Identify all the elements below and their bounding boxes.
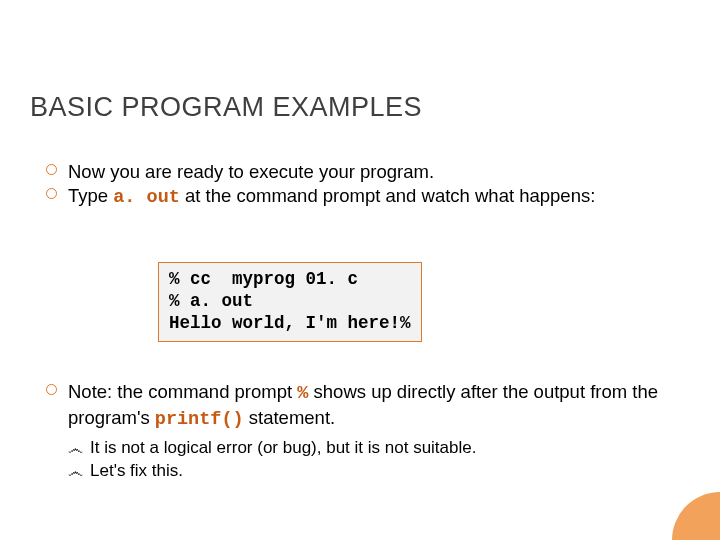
bullet-text-pre: Type bbox=[68, 185, 113, 206]
inline-code: a. out bbox=[113, 187, 180, 208]
bullet-text: Now you are ready to execute your progra… bbox=[68, 161, 434, 182]
code-line: % a. out bbox=[169, 291, 253, 311]
code-line: % cc myprog 01. c bbox=[169, 269, 358, 289]
sub-bullet-item: ෴ It is not a logical error (or bug), bu… bbox=[68, 437, 670, 459]
bullet-item: Now you are ready to execute your progra… bbox=[46, 160, 670, 184]
sub-bullet-item: ෴ Let's fix this. bbox=[68, 460, 670, 482]
sub-bullet-icon: ෴ bbox=[68, 462, 83, 482]
code-block: % cc myprog 01. c % a. out Hello world, … bbox=[158, 262, 422, 342]
decorative-circle-icon bbox=[672, 492, 720, 540]
sub-bullet-text: It is not a logical error (or bug), but … bbox=[90, 438, 476, 457]
sub-bullet-icon: ෴ bbox=[68, 439, 83, 459]
sub-bullet-text: Let's fix this. bbox=[90, 461, 183, 480]
code-line: Hello world, I'm here!% bbox=[169, 313, 411, 333]
bullet-circle-icon bbox=[46, 164, 57, 175]
bullet-circle-icon bbox=[46, 188, 57, 199]
sub-list: ෴ It is not a logical error (or bug), bu… bbox=[68, 437, 670, 482]
bullet-circle-icon bbox=[46, 384, 57, 395]
inline-code: printf() bbox=[155, 409, 244, 430]
slide: BASIC PROGRAM EXAMPLES Now you are ready… bbox=[0, 0, 720, 540]
note-text-post: statement. bbox=[244, 407, 336, 428]
bullet-item: Type a. out at the command prompt and wa… bbox=[46, 184, 670, 210]
note-area: Note: the command prompt % shows up dire… bbox=[46, 380, 670, 483]
page-title: BASIC PROGRAM EXAMPLES bbox=[30, 92, 422, 123]
bullet-item: Note: the command prompt % shows up dire… bbox=[46, 380, 670, 431]
inline-code: % bbox=[297, 383, 308, 404]
content-area: Now you are ready to execute your progra… bbox=[46, 160, 670, 209]
note-text-pre: Note: the command prompt bbox=[68, 381, 297, 402]
bullet-text-post: at the command prompt and watch what hap… bbox=[180, 185, 595, 206]
